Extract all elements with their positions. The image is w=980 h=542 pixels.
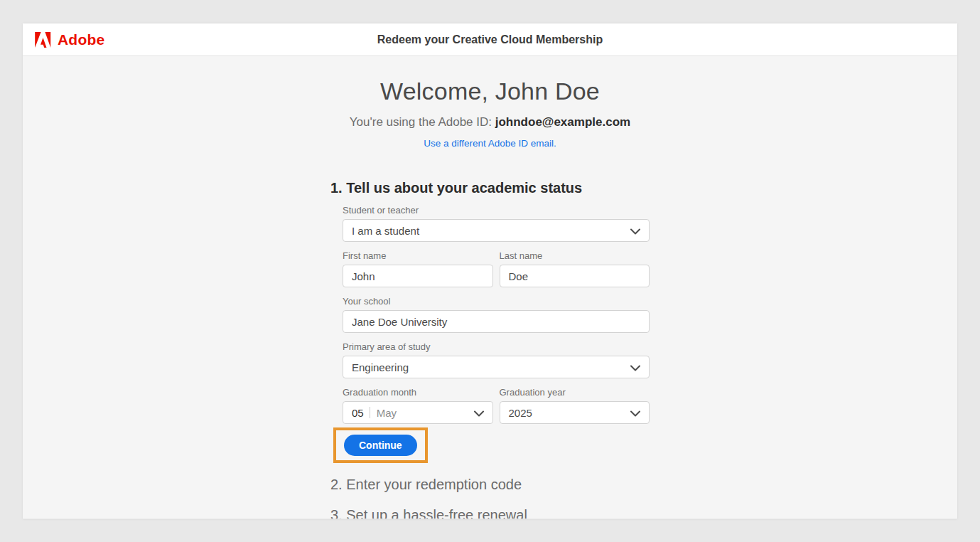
graduation-month-label: Graduation month [343, 388, 493, 398]
first-name-cell: First name [343, 242, 493, 287]
chevron-down-icon [630, 225, 640, 237]
adobe-logo[interactable]: Adobe [34, 23, 104, 56]
use-different-adobe-id-link[interactable]: Use a different Adobe ID email. [424, 138, 556, 149]
graduation-year-value: 2025 [509, 407, 625, 419]
graduation-month-number: 05 [352, 407, 364, 419]
page-title: Redeem your Creative Cloud Membership [377, 33, 603, 46]
graduation-month-cell: Graduation month 05 May [343, 378, 493, 424]
student-or-teacher-value: I am a student [352, 225, 625, 237]
area-of-study-value: Engineering [352, 361, 625, 373]
divider [370, 407, 370, 418]
graduation-month-select[interactable]: 05 May [343, 401, 493, 424]
name-row: First name Last name [343, 242, 650, 287]
last-name-field[interactable] [500, 265, 650, 287]
adobe-logo-icon [34, 32, 52, 48]
adobe-id-value: johndoe@example.com [495, 115, 630, 129]
chevron-down-icon [474, 407, 484, 419]
area-of-study-label: Primary area of study [343, 342, 650, 352]
graduation-month-name: May [377, 407, 468, 419]
adobe-logo-text: Adobe [58, 31, 104, 48]
school-field[interactable] [343, 310, 650, 333]
adobe-id-subtitle: You're using the Adobe ID: johndoe@examp… [23, 115, 957, 129]
graduation-year-cell: Graduation year 2025 [500, 378, 650, 424]
last-name-cell: Last name [500, 242, 650, 287]
area-of-study-select[interactable]: Engineering [343, 356, 650, 378]
main-content: Welcome, John Doe You're using the Adobe… [23, 56, 957, 519]
school-label: Your school [343, 297, 650, 307]
adobe-id-subtitle-prefix: You're using the Adobe ID: [350, 115, 495, 129]
student-or-teacher-label: Student or teacher [343, 206, 650, 216]
top-bar: Adobe Redeem your Creative Cloud Members… [23, 23, 957, 56]
continue-button-highlight: Continue [333, 427, 428, 463]
last-name-label: Last name [500, 251, 650, 261]
student-or-teacher-select[interactable]: I am a student [343, 219, 650, 242]
page-card: Adobe Redeem your Creative Cloud Members… [23, 23, 957, 519]
first-name-field[interactable] [343, 265, 493, 287]
graduation-year-label: Graduation year [500, 388, 650, 398]
first-name-label: First name [343, 251, 493, 261]
graduation-row: Graduation month 05 May Graduation year [343, 378, 650, 424]
chevron-down-icon [630, 361, 640, 373]
steps-column: 1. Tell us about your academic status St… [330, 179, 650, 519]
change-id-link-wrap: Use a different Adobe ID email. [23, 137, 957, 149]
step1-heading: 1. Tell us about your academic status [330, 179, 650, 196]
welcome-heading: Welcome, John Doe [23, 78, 957, 105]
chevron-down-icon [630, 407, 640, 419]
step2-heading: 2. Enter your redemption code [330, 476, 650, 493]
continue-button[interactable]: Continue [344, 435, 417, 456]
graduation-year-select[interactable]: 2025 [500, 401, 650, 424]
step3-heading: 3. Set up a hassle-free renewal [330, 506, 650, 519]
academic-status-form: Student or teacher I am a student First … [343, 206, 650, 463]
